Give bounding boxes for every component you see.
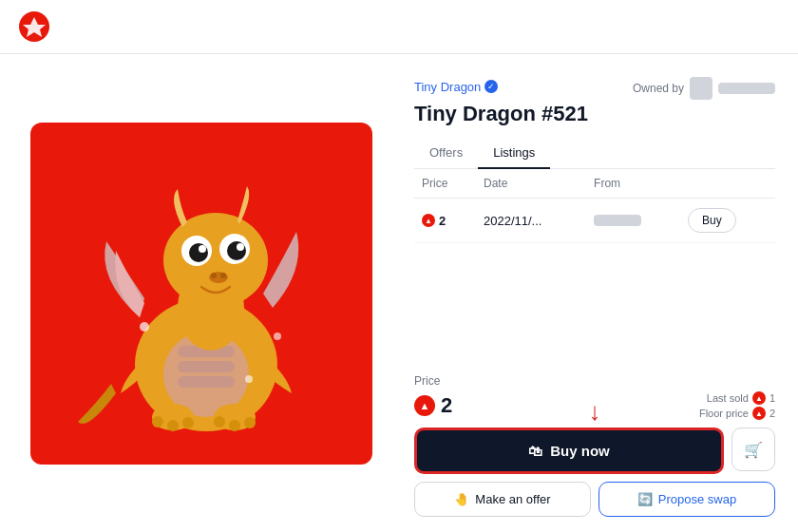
dragon-illustration <box>59 146 344 441</box>
owner-name <box>718 83 775 94</box>
listing-price: ▲ 2 <box>422 214 468 228</box>
action-buttons: ↓ 🛍 Buy now 🛒 🤚 Make an offer <box>414 428 775 517</box>
cart-button[interactable]: 🛒 <box>732 428 775 471</box>
tab-listings[interactable]: Listings <box>478 138 550 169</box>
swap-icon: 🔄 <box>637 492 653 506</box>
listings-table: Price Date From ▲ 2 2022/11/... <box>414 169 775 243</box>
hand-icon: 🤚 <box>454 492 469 506</box>
svg-point-22 <box>214 416 225 428</box>
svg-point-10 <box>199 245 206 253</box>
buy-now-label: Buy now <box>550 443 610 459</box>
make-offer-button[interactable]: 🤚 Make an offer <box>414 482 591 517</box>
last-sold-label: Last sold <box>707 392 749 404</box>
buy-now-button[interactable]: 🛍 Buy now <box>414 428 724 474</box>
price-meta: Last sold ▲ 1 Floor price ▲ 2 <box>699 391 775 420</box>
propose-swap-label: Propose swap <box>658 492 736 506</box>
owned-by-label: Owned by <box>633 82 684 95</box>
price-value: 2 <box>441 393 452 418</box>
last-sold-icon: ▲ <box>752 391 766 405</box>
collection-name-text: Tiny Dragon <box>414 80 481 94</box>
price-label: Price <box>414 374 775 388</box>
col-from: From <box>586 169 680 199</box>
svg-rect-5 <box>178 376 235 388</box>
secondary-buttons: 🤚 Make an offer 🔄 Propose swap <box>414 482 775 517</box>
col-date: Date <box>476 169 586 199</box>
astar-icon-price: ▲ <box>414 395 435 416</box>
owner-avatar <box>690 77 712 100</box>
svg-point-26 <box>274 332 281 340</box>
propose-swap-button[interactable]: 🔄 Propose swap <box>598 482 775 517</box>
listing-buy-button[interactable]: Buy <box>688 208 736 233</box>
last-sold: Last sold ▲ 1 <box>707 391 775 405</box>
svg-point-24 <box>244 417 256 428</box>
listing-from <box>594 215 641 226</box>
owned-by: Owned by <box>633 77 775 100</box>
main-content: Tiny Dragon ✓ Owned by Tiny Dragon #521 … <box>0 54 798 532</box>
svg-rect-4 <box>178 361 235 372</box>
tabs: Offers Listings <box>414 138 775 169</box>
svg-point-20 <box>182 417 194 428</box>
floor-price-value: 2 <box>770 408 775 419</box>
cart-icon: 🛒 <box>744 441 763 459</box>
nft-image-container <box>0 54 399 532</box>
svg-point-27 <box>245 375 253 383</box>
astar-logo[interactable] <box>19 11 49 42</box>
collection-row: Tiny Dragon ✓ Owned by <box>414 77 775 100</box>
floor-price-icon: ▲ <box>752 407 766 420</box>
nft-image <box>30 123 372 465</box>
svg-point-25 <box>140 322 149 332</box>
table-row: ▲ 2 2022/11/... Buy <box>414 199 775 243</box>
nft-details: Tiny Dragon ✓ Owned by Tiny Dragon #521 … <box>399 54 798 532</box>
make-offer-label: Make an offer <box>475 492 550 506</box>
col-action <box>680 169 775 199</box>
floor-price-label: Floor price <box>699 408 749 419</box>
col-price: Price <box>414 169 476 199</box>
svg-point-9 <box>189 243 208 262</box>
astar-icon: ▲ <box>422 214 435 227</box>
verified-badge: ✓ <box>484 80 498 93</box>
svg-point-19 <box>167 420 179 431</box>
header <box>0 0 798 54</box>
price-section: Price ▲ 2 Last sold ▲ 1 Floor price ▲ 2 <box>414 363 775 517</box>
arrow-indicator: ↓ <box>589 397 601 427</box>
svg-point-15 <box>211 273 217 278</box>
buy-now-icon: 🛍 <box>528 443 542 459</box>
buy-now-row: ↓ 🛍 Buy now 🛒 <box>414 428 775 474</box>
svg-point-16 <box>220 273 226 278</box>
nft-title: Tiny Dragon #521 <box>414 102 775 126</box>
svg-point-12 <box>227 241 246 260</box>
floor-price: Floor price ▲ 2 <box>699 407 775 420</box>
tab-offers[interactable]: Offers <box>414 138 478 169</box>
last-sold-value: 1 <box>770 392 775 404</box>
price-main: ▲ 2 <box>414 393 452 418</box>
svg-point-23 <box>229 420 240 431</box>
svg-point-13 <box>237 243 244 251</box>
svg-point-18 <box>152 416 163 428</box>
listing-date: 2022/11/... <box>476 199 586 243</box>
listing-price-value: 2 <box>439 214 446 228</box>
collection-name[interactable]: Tiny Dragon ✓ <box>414 80 498 94</box>
